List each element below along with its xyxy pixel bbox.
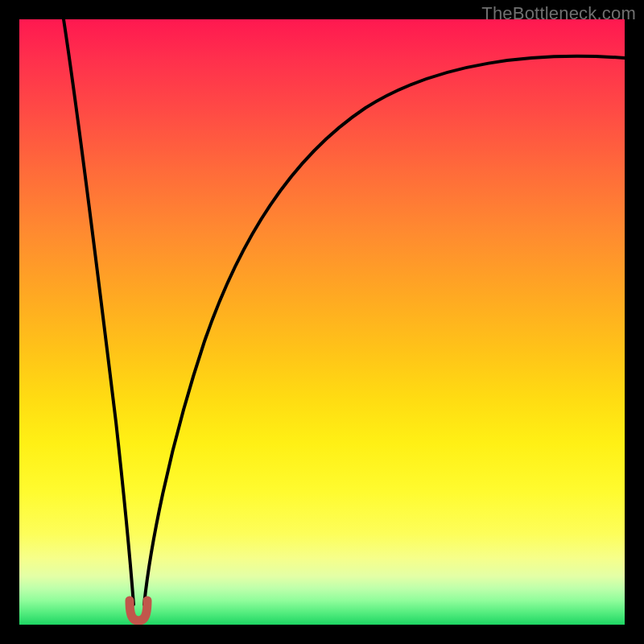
curve-left-branch — [64, 19, 134, 605]
plot-area — [19, 19, 625, 625]
watermark-text: TheBottleneck.com — [481, 3, 636, 24]
curve-layer — [19, 19, 625, 625]
curve-right-branch — [144, 56, 625, 605]
minimum-marker — [130, 601, 147, 621]
chart-frame: TheBottleneck.com — [0, 0, 644, 644]
